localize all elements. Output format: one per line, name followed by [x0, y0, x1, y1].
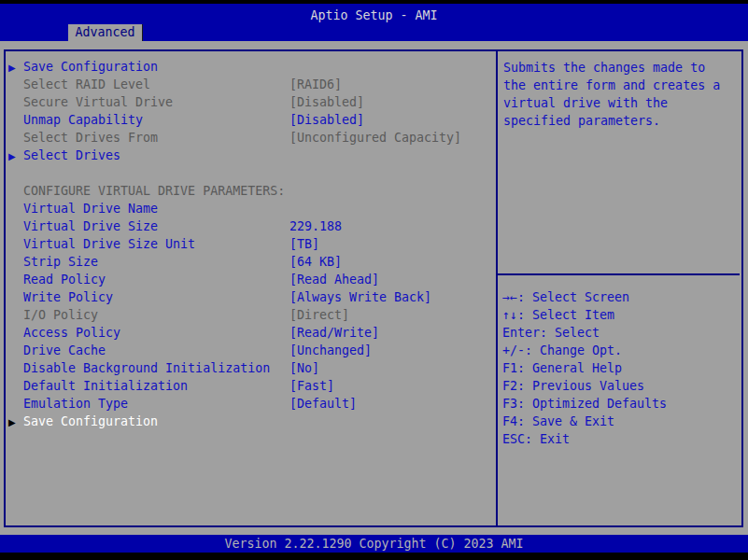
- menu-item[interactable]: Emulation Type[Default]: [6, 397, 496, 414]
- menu-item-value: [Read/Write]: [289, 326, 379, 341]
- menu-item-label: Write Policy: [23, 290, 113, 305]
- menu-item-value: [TB]: [289, 237, 319, 252]
- menu-item-label: Access Policy: [23, 326, 120, 341]
- main-panel: ▶Save ConfigurationSelect RAID Level[RAI…: [4, 49, 743, 527]
- menu-item[interactable]: Write Policy[Always Write Back]: [6, 290, 496, 308]
- menu-item-label: Strip Size: [23, 255, 98, 270]
- hint-item: ESC: Exit: [502, 432, 741, 450]
- hints-divider: [498, 273, 740, 275]
- menu-item-value: 229.188: [289, 219, 342, 234]
- menu-item-value: [Disabled]: [289, 95, 364, 110]
- menu-item-label: Emulation Type: [23, 397, 128, 412]
- menu-item: I/O Policy[Direct]: [6, 308, 496, 326]
- help-text: Submits the changes made tothe entire fo…: [498, 61, 741, 132]
- help-line: the entire form and creates a: [503, 78, 741, 96]
- menu-item-label: Virtual Drive Size: [23, 219, 158, 234]
- menu-item[interactable]: Access Policy[Read/Write]: [6, 326, 496, 343]
- hint-item: F4: Save & Exit: [502, 414, 741, 432]
- menu-item[interactable]: Strip Size[64 KB]: [6, 255, 496, 273]
- menu-item-label: I/O Policy: [23, 308, 98, 323]
- menu-spacer: [6, 166, 496, 184]
- hint-item: F2: Previous Values: [502, 379, 741, 397]
- menu-item[interactable]: ▶Save Configuration: [6, 60, 496, 77]
- menu-item-value: [Unchanged]: [289, 343, 372, 358]
- help-line: Submits the changes made to: [503, 61, 741, 78]
- hint-item: +/-: Change Opt.: [502, 343, 741, 361]
- bios-setup-screen: Aptio Setup - AMI Advanced ▶Save Configu…: [0, 0, 748, 560]
- menu-item[interactable]: Virtual Drive Size Unit[TB]: [6, 237, 496, 255]
- menu-item-value: [Default]: [289, 397, 357, 412]
- tab-advanced[interactable]: Advanced: [68, 24, 143, 41]
- menu-item[interactable]: Virtual Drive Size229.188: [6, 219, 496, 237]
- menu-item-label: Disable Background Initialization: [23, 361, 270, 376]
- hint-item: Enter: Select: [502, 326, 741, 343]
- menu-item[interactable]: Default Initialization[Fast]: [6, 379, 496, 397]
- menu-item-value: [64 KB]: [289, 255, 342, 270]
- menu-item-value: [RAID6]: [289, 77, 342, 92]
- footer-bar: Version 2.22.1290 Copyright (C) 2023 AMI: [0, 535, 748, 553]
- help-pane: Submits the changes made tothe entire fo…: [498, 51, 741, 525]
- menu-item-label: Save Configuration: [23, 60, 158, 75]
- menu-item[interactable]: Unmap Capability[Disabled]: [6, 113, 496, 131]
- menu-item-label: Virtual Drive Name: [23, 202, 158, 217]
- help-line: virtual drive with the: [503, 96, 741, 114]
- hint-item: F3: Optimized Defaults: [502, 397, 741, 414]
- submenu-arrow-icon: ▶: [8, 149, 16, 164]
- hint-item: ↑↓: Select Item: [502, 308, 741, 326]
- menu-item-value: [Unconfigured Capacity]: [289, 131, 461, 146]
- menu-item: CONFIGURE VIRTUAL DRIVE PARAMETERS:: [6, 184, 496, 202]
- hints-list: →←: Select Screen↑↓: Select ItemEnter: S…: [498, 290, 741, 450]
- menu-item-value: [Disabled]: [289, 113, 364, 128]
- menu-item-label: Select Drives: [23, 148, 120, 163]
- menu-item-label: Select Drives From: [23, 131, 158, 146]
- menu-item[interactable]: Disable Background Initialization[No]: [6, 361, 496, 379]
- page-title: Aptio Setup - AMI: [0, 8, 748, 23]
- menu-item-label: Read Policy: [23, 273, 106, 287]
- menu-item: Select RAID Level[RAID6]: [6, 77, 496, 95]
- menu-item[interactable]: Virtual Drive Name: [6, 202, 496, 219]
- menu-item[interactable]: Read Policy[Read Ahead]: [6, 273, 496, 290]
- menu-item[interactable]: ▶Save Configuration: [6, 414, 496, 432]
- menu-item-label: Save Configuration: [23, 414, 158, 429]
- menu-item[interactable]: ▶Select Drives: [6, 148, 496, 166]
- menu-item-value: [No]: [289, 361, 319, 376]
- submenu-arrow-icon: ▶: [8, 61, 16, 76]
- menu-item-label: Select RAID Level: [23, 77, 150, 92]
- menu-item-label: Virtual Drive Size Unit: [23, 237, 195, 252]
- help-line: specified parameters.: [503, 114, 741, 132]
- menu-item-value: [Read Ahead]: [289, 273, 379, 287]
- menu-item-label: CONFIGURE VIRTUAL DRIVE PARAMETERS:: [23, 184, 285, 199]
- version-text: Version 2.22.1290 Copyright (C) 2023 AMI: [0, 535, 748, 553]
- menu-item: Select Drives From[Unconfigured Capacity…: [6, 131, 496, 148]
- menu-item: Secure Virtual Drive[Disabled]: [6, 95, 496, 113]
- menu-item-label: Unmap Capability: [23, 113, 143, 128]
- hint-item: →←: Select Screen: [502, 290, 741, 308]
- menu-item-value: [Direct]: [289, 308, 349, 323]
- menu-item-value: [Always Write Back]: [289, 290, 431, 305]
- menu-item-label: Drive Cache: [23, 343, 106, 358]
- menu-item-label: Default Initialization: [23, 379, 188, 394]
- menu-item-value: [Fast]: [289, 379, 334, 394]
- hint-item: F1: General Help: [502, 361, 741, 379]
- menu-item[interactable]: Drive Cache[Unchanged]: [6, 343, 496, 361]
- menu-item-label: Secure Virtual Drive: [23, 95, 173, 110]
- menu-list: ▶Save ConfigurationSelect RAID Level[RAI…: [6, 51, 496, 525]
- submenu-arrow-icon: ▶: [8, 415, 16, 430]
